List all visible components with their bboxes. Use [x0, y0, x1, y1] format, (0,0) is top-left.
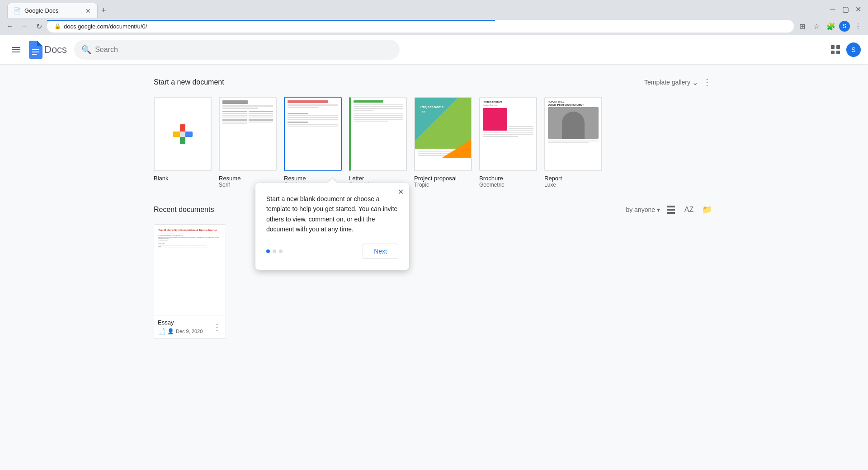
template-gallery-label: Template gallery — [644, 79, 690, 86]
template-letter[interactable]: Letter Spearmint — [349, 97, 407, 188]
top-nav: Docs 🔍 S — [0, 35, 868, 64]
template-name-report: Report — [544, 175, 602, 182]
tooltip-popup: ✕ Start a new blank document or choose a… — [255, 183, 409, 270]
new-tab-button[interactable]: + — [98, 4, 110, 17]
tooltip-text: Start a new blank document or choose a t… — [266, 194, 398, 235]
template-thumb-brochure: Product Brochure Product Overview — [479, 97, 537, 171]
search-bar: 🔍 — [74, 40, 400, 60]
doc-shared-icon: 👤 — [167, 328, 174, 334]
user-avatar-chrome[interactable]: S — [839, 21, 850, 32]
svg-rect-4 — [32, 52, 39, 52]
template-name-blank: Blank — [154, 175, 212, 182]
hamburger-button[interactable] — [7, 41, 25, 59]
template-thumb-proposal: Project NameTitle — [414, 97, 472, 171]
tooltip-close-button[interactable]: ✕ — [398, 188, 404, 196]
apps-button[interactable] — [826, 41, 844, 59]
template-sub-proposal: Tropic — [414, 182, 472, 188]
chevron-down-icon: ▾ — [657, 206, 660, 213]
template-thumb-letter — [349, 97, 407, 171]
templates-header: Start a new document Template gallery ⌄ … — [154, 75, 714, 89]
templates-title: Start a new document — [154, 78, 224, 86]
tab-favicon: 📄 — [13, 7, 21, 14]
template-thumb-resume — [219, 97, 277, 171]
recent-header: Recent documents by anyone ▾ AZ 📁 — [154, 202, 714, 217]
chrome-menu-button[interactable]: ⋮ — [852, 20, 864, 33]
doc-meta-essay: 📄 👤 Dec 9, 2020 — [158, 328, 212, 335]
doc-more-button-essay[interactable]: ⋮ — [212, 322, 222, 332]
doc-date-essay: Dec 9, 2020 — [176, 329, 203, 334]
window-controls-right[interactable]: ─ ▢ ✕ — [826, 0, 864, 18]
svg-rect-1 — [12, 49, 20, 50]
browser-chrome: 📄 Google Docs ✕ + ─ ▢ ✕ — [0, 0, 868, 18]
template-resume-coral[interactable]: Resume Coral — [284, 97, 342, 188]
svg-rect-0 — [12, 47, 20, 48]
address-bar-row: ← → ↻ 🔒 ⊞ ☆ 🧩 S ⋮ — [0, 18, 868, 35]
svg-rect-2 — [12, 52, 20, 52]
tab-close-icon[interactable]: ✕ — [85, 6, 92, 15]
template-gallery-button[interactable]: Template gallery ⌄ — [644, 78, 698, 87]
main-content: Start a new document Template gallery ⌄ … — [118, 64, 750, 350]
recent-section: Recent documents by anyone ▾ AZ 📁 — [154, 202, 714, 339]
browser-tabs: 📄 Google Docs ✕ + — [7, 0, 823, 18]
plus-icon — [173, 124, 193, 144]
template-proposal[interactable]: Project NameTitle Project proposal Tropi… — [414, 97, 472, 188]
templates-more-button[interactable]: ⋮ — [700, 75, 714, 89]
doc-preview-title: Top 10 Home Gym Design Ideas & Tips to A… — [158, 229, 222, 232]
search-icon: 🔍 — [81, 45, 91, 55]
folder-view-button[interactable]: 📁 — [700, 202, 714, 217]
svg-rect-3 — [32, 49, 39, 50]
svg-rect-6 — [831, 45, 835, 49]
recent-actions: by anyone ▾ AZ 📁 — [626, 202, 714, 217]
template-brochure[interactable]: Product Brochure Product Overview — [479, 97, 537, 188]
maximize-button[interactable]: ▢ — [839, 3, 852, 15]
owned-by-button[interactable]: by anyone ▾ — [626, 206, 660, 213]
svg-rect-12 — [667, 212, 675, 214]
template-blank[interactable]: Blank — [154, 97, 212, 188]
svg-rect-10 — [667, 206, 675, 207]
puzzle-button[interactable]: 🧩 — [825, 20, 837, 33]
templates-header-right: Template gallery ⌄ ⋮ — [644, 75, 714, 89]
doc-card-essay[interactable]: Top 10 Home Gym Design Ideas & Tips to A… — [154, 224, 226, 339]
doc-icon: 📄 — [158, 328, 165, 335]
list-view-button[interactable] — [664, 202, 678, 217]
svg-rect-5 — [32, 54, 37, 55]
tooltip-arrow — [328, 179, 337, 183]
tooltip-dot-2 — [273, 249, 276, 253]
tooltip-next-button[interactable]: Next — [363, 244, 398, 259]
loading-bar — [47, 20, 495, 21]
tooltip-dots — [266, 249, 283, 253]
close-button[interactable]: ✕ — [852, 3, 864, 15]
tooltip-dot-1 — [266, 249, 270, 253]
search-input[interactable] — [95, 46, 392, 54]
doc-preview-essay: Top 10 Home Gym Design Ideas & Tips to A… — [154, 225, 226, 315]
back-button[interactable]: ← — [4, 20, 16, 33]
template-resume-serif[interactable]: Resume Serif — [219, 97, 277, 188]
template-sub-report: Luxe — [544, 182, 602, 188]
template-name-brochure: Brochure — [479, 175, 537, 182]
forward-button[interactable]: → — [18, 20, 31, 33]
app-container: Docs 🔍 S Start a new document Template g… — [0, 35, 868, 469]
refresh-button[interactable]: ↻ — [33, 20, 45, 33]
lock-icon: 🔒 — [54, 23, 61, 29]
tooltip-dot-3 — [279, 249, 283, 253]
sort-button[interactable]: AZ — [682, 202, 696, 217]
documents-grid: Top 10 Home Gym Design Ideas & Tips to A… — [154, 224, 714, 339]
minimize-button[interactable]: ─ — [826, 3, 839, 15]
docs-logo-text: Docs — [44, 44, 67, 56]
svg-rect-7 — [836, 45, 840, 49]
template-name-proposal: Project proposal — [414, 175, 472, 182]
bookmark-button[interactable]: ☆ — [810, 20, 823, 33]
address-input[interactable] — [64, 23, 787, 30]
docs-logo[interactable]: Docs — [29, 41, 67, 59]
search-input-wrap[interactable]: 🔍 — [74, 40, 400, 60]
svg-rect-8 — [831, 51, 835, 54]
doc-title-essay: Essay — [158, 319, 212, 326]
recent-title: Recent documents — [154, 206, 214, 214]
address-bar-container[interactable]: 🔒 — [47, 20, 794, 33]
template-report[interactable]: REPORT TITLELOREM IPSUM DOLOR SIT AMET R… — [544, 97, 602, 188]
docs-logo-icon — [29, 41, 42, 59]
template-thumb-report: REPORT TITLELOREM IPSUM DOLOR SIT AMET — [544, 97, 602, 171]
active-tab[interactable]: 📄 Google Docs ✕ — [7, 3, 98, 18]
extensions-button[interactable]: ⊞ — [796, 20, 808, 33]
user-avatar-nav[interactable]: S — [846, 42, 861, 57]
